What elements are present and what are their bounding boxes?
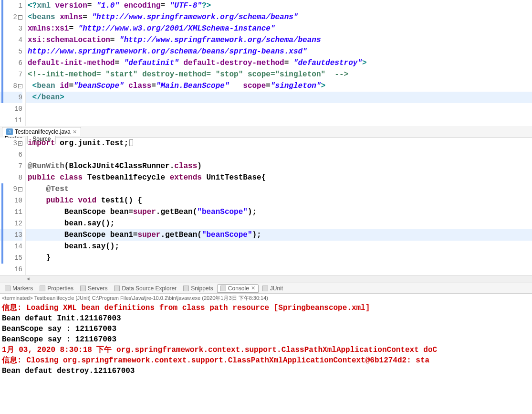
file-tab-testbeanlifecycle[interactable]: J Testbeanlifecycle.java ✕	[2, 127, 81, 136]
console-output[interactable]: 信息: Loading XML bean definitions from cl…	[0, 303, 532, 376]
view-label: Snippets	[191, 285, 213, 292]
code-line[interactable]: <bean id="beanScope" class="Main.BeanSco…	[26, 80, 532, 92]
java-editor-area[interactable]: 3+ 6 7 8 9- 10 11 12 13 14 15 16 import …	[0, 138, 532, 275]
line-number: 10	[14, 105, 22, 113]
code-line[interactable]: import org.junit.Test;	[26, 138, 532, 149]
code-line[interactable]: BeanScope bean=super.getBean("beanScope"…	[26, 206, 532, 218]
code-line[interactable]: @RunWith(BlockJUnit4ClassRunner.class)	[26, 160, 532, 172]
console-line: 1月 03, 2020 8:30:18 下午 org.springframewo…	[2, 345, 530, 355]
view-label: Console	[228, 285, 249, 292]
fold-minus-icon[interactable]: -	[18, 84, 22, 88]
java-editor-panel: J Testbeanlifecycle.java ✕ 3+ 6 7 8 9- 1…	[0, 126, 532, 283]
code-line[interactable]: <!--init-method= "start" destroy-method=…	[26, 69, 532, 80]
code-line[interactable]: xmlns:xsi= "http://www.w3.org/2001/XMLSc…	[26, 23, 532, 34]
console-line: Bean defaut Init.121167003	[2, 313, 530, 324]
line-number: 4	[19, 36, 22, 44]
change-marker-icon	[1, 183, 3, 264]
code-line[interactable]: bean1.say();	[26, 241, 532, 252]
code-line[interactable]: http://www.springframework.org/schema/be…	[26, 46, 532, 57]
dse-icon	[114, 286, 120, 291]
line-number: 12	[14, 220, 22, 227]
view-label: JUnit	[270, 285, 283, 292]
views-tabs: Markers Properties Servers Data Source E…	[0, 283, 532, 294]
code-line[interactable]: xsi:schemaLocation= "http://www.springfr…	[26, 34, 532, 46]
view-tab-markers[interactable]: Markers	[2, 285, 36, 292]
view-tab-properties[interactable]: Properties	[37, 285, 76, 292]
line-number: 9	[19, 94, 22, 101]
markers-icon	[5, 286, 10, 291]
line-number: 10	[14, 197, 22, 204]
scroll-left-icon[interactable]: ◄	[25, 276, 31, 283]
code-line[interactable]: BeanScope bean1=super.getBean("beanScope…	[26, 229, 532, 241]
java-code-body[interactable]: import org.junit.Test; @RunWith(BlockJUn…	[26, 138, 532, 275]
code-line[interactable]: }	[26, 252, 532, 264]
code-line[interactable]: bean.say();	[26, 218, 532, 229]
line-number: 3	[13, 139, 17, 147]
xml-code-body[interactable]: <?xml version= "1.0" encoding= "UTF-8"?>…	[26, 0, 532, 126]
line-number: 11	[14, 117, 22, 124]
line-number: 7	[19, 162, 22, 170]
line-number: 16	[14, 265, 22, 273]
xml-editor-panel: 1 2- 3 4 5 6 7 8- 9 10 11 <?xml version=…	[0, 0, 532, 126]
view-label: Servers	[88, 285, 107, 292]
file-tab-label: Testbeanlifecycle.java	[15, 128, 71, 135]
view-tab-console[interactable]: Console ✕	[217, 284, 259, 293]
servers-icon	[80, 286, 86, 291]
line-number: 8	[19, 174, 22, 181]
console-line: BeanScope say : 121167003	[2, 334, 530, 345]
console-line: Bean defaut destroy.121167003	[2, 366, 530, 376]
line-number: 8	[13, 82, 17, 90]
line-number: 14	[14, 243, 22, 250]
line-number: 11	[14, 208, 22, 216]
code-line[interactable]: default-init-method= "defautinit" defaul…	[26, 57, 532, 69]
code-line[interactable]: <?xml version= "1.0" encoding= "UTF-8"?>	[26, 0, 532, 11]
code-line[interactable]	[26, 149, 532, 160]
view-tab-data-source-explorer[interactable]: Data Source Explorer	[111, 285, 179, 292]
close-icon[interactable]: ✕	[73, 129, 77, 135]
fold-plus-icon[interactable]: +	[18, 141, 22, 146]
fold-minus-icon[interactable]: -	[18, 15, 22, 20]
console-line: 信息: Loading XML bean definitions from cl…	[2, 303, 530, 313]
view-label: Properties	[47, 285, 73, 292]
snippets-icon	[183, 286, 189, 291]
properties-icon	[40, 286, 45, 291]
view-label: Markers	[12, 285, 33, 292]
line-number: 1	[19, 2, 22, 10]
code-line[interactable]: </bean>	[26, 92, 532, 103]
junit-icon	[262, 286, 268, 291]
line-number: 5	[19, 48, 22, 55]
line-number: 7	[19, 71, 22, 78]
line-number: 6	[19, 151, 22, 159]
cursor-icon	[129, 139, 133, 146]
line-number: 2	[13, 13, 17, 21]
horizontal-scrollbar[interactable]: ◄	[0, 275, 532, 283]
code-line[interactable]: @Test	[26, 183, 532, 195]
code-line[interactable]	[26, 264, 532, 275]
console-line: 信息: Closing org.springframework.context.…	[2, 355, 530, 366]
code-line[interactable]: <beans xmlns= "http://www.springframewor…	[26, 11, 532, 23]
view-tab-servers[interactable]: Servers	[77, 285, 110, 292]
console-icon	[220, 286, 226, 291]
java-file-icon: J	[6, 128, 13, 135]
views-panel: Markers Properties Servers Data Source E…	[0, 283, 532, 376]
line-number: 6	[19, 59, 22, 67]
close-icon[interactable]: ✕	[251, 285, 255, 291]
view-label: Data Source Explorer	[122, 285, 177, 292]
code-line[interactable]: public class Testbeanlifecycle extends U…	[26, 172, 532, 183]
xml-editor-area[interactable]: 1 2- 3 4 5 6 7 8- 9 10 11 <?xml version=…	[0, 0, 532, 126]
code-line[interactable]	[26, 115, 532, 126]
line-number: 13	[14, 231, 22, 239]
console-terminated-label: <terminated> Testbeanlifecycle [JUnit] C…	[0, 294, 532, 303]
xml-gutter: 1 2- 3 4 5 6 7 8- 9 10 11	[0, 0, 26, 126]
java-gutter: 3+ 6 7 8 9- 10 11 12 13 14 15 16	[0, 138, 26, 275]
console-line: BeanScope say : 121167003	[2, 324, 530, 334]
code-line[interactable]	[26, 103, 532, 115]
view-tab-junit[interactable]: JUnit	[260, 285, 286, 292]
java-file-tabs: J Testbeanlifecycle.java ✕	[0, 126, 532, 138]
fold-minus-icon[interactable]: -	[18, 187, 22, 191]
code-line[interactable]: public void test1() {	[26, 195, 532, 206]
line-number: 3	[19, 25, 22, 32]
view-tab-snippets[interactable]: Snippets	[180, 285, 216, 292]
change-marker-icon	[1, 0, 3, 103]
line-number: 15	[14, 254, 22, 262]
